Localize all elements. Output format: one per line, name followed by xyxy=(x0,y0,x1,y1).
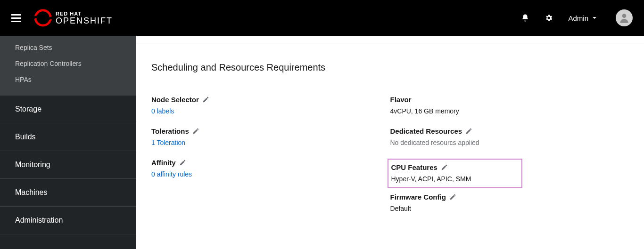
dedicated-resources-field: Dedicated Resources No dedicated resourc… xyxy=(390,127,629,146)
cpu-features-field: CPU Features Hyper-V, ACPI, APIC, SMM xyxy=(391,163,519,183)
avatar-icon xyxy=(618,12,630,24)
edit-node-selector-icon[interactable] xyxy=(203,96,209,103)
affinity-label: Affinity xyxy=(151,159,176,167)
sidebar-subsection: Replica Sets Replication Controllers HPA… xyxy=(0,36,136,95)
dedicated-resources-value: No dedicated resourcs applied xyxy=(390,139,629,146)
masthead: RED HAT OPENSHIFT Admin xyxy=(0,0,644,36)
sidebar-item-administration[interactable]: Administration xyxy=(0,206,136,234)
sidebar-item-machines[interactable]: Machines xyxy=(0,178,136,206)
tolerations-label: Tolerations xyxy=(151,127,189,135)
cpu-features-label: CPU Features xyxy=(391,163,438,171)
cpu-features-highlight: CPU Features Hyper-V, ACPI, APIC, SMM xyxy=(388,159,522,188)
sidebar-item-storage[interactable]: Storage xyxy=(0,95,136,123)
dedicated-resources-label: Dedicated Resources xyxy=(390,127,462,135)
edit-firmware-config-icon[interactable] xyxy=(450,194,456,200)
firmware-config-field: Firmware Config Default xyxy=(390,193,629,212)
flavor-label: Flavor xyxy=(390,96,412,104)
sidebar-spacer xyxy=(0,234,136,249)
edit-dedicated-resources-icon[interactable] xyxy=(466,128,472,134)
brand-logo[interactable]: RED HAT OPENSHIFT xyxy=(34,9,113,27)
sidebar-nav: Replica Sets Replication Controllers HPA… xyxy=(0,36,136,249)
right-column: Flavor 4vCPU, 16 GB memory Dedicated Res… xyxy=(390,96,629,225)
node-selector-label: Node Selector xyxy=(151,96,199,104)
main-content: Scheduling and Resources Requirements No… xyxy=(136,36,644,249)
caret-down-icon xyxy=(592,16,597,20)
firmware-config-value: Default xyxy=(390,205,629,212)
brand-top: RED HAT xyxy=(56,11,113,16)
edit-affinity-icon[interactable] xyxy=(180,160,186,166)
brand-bottom: OPENSHIFT xyxy=(56,16,113,25)
firmware-config-label: Firmware Config xyxy=(390,193,446,201)
tolerations-field: Tolerations 1 Toleration xyxy=(151,127,390,146)
sidebar-item-replication-controllers[interactable]: Replication Controllers xyxy=(0,56,136,72)
user-label: Admin xyxy=(568,14,588,22)
tab-divider xyxy=(136,36,644,43)
svg-point-0 xyxy=(35,10,50,25)
brand-text: RED HAT OPENSHIFT xyxy=(56,11,113,25)
node-selector-value[interactable]: 0 labels xyxy=(151,107,390,115)
sidebar-item-replica-sets[interactable]: Replica Sets xyxy=(0,40,136,56)
node-selector-field: Node Selector 0 labels xyxy=(151,96,390,115)
sidebar-item-hpas[interactable]: HPAs xyxy=(0,72,136,88)
openshift-logo-icon xyxy=(34,9,52,27)
sidebar-item-builds[interactable]: Builds xyxy=(0,123,136,151)
flavor-field: Flavor 4vCPU, 16 GB memory xyxy=(390,96,629,115)
hamburger-menu-button[interactable] xyxy=(11,12,23,24)
affinity-field: Affinity 0 affinity rules xyxy=(151,159,390,178)
section-title: Scheduling and Resources Requirements xyxy=(151,62,629,73)
sidebar-item-monitoring[interactable]: Monitoring xyxy=(0,151,136,178)
left-column: Node Selector 0 labels Tolerations 1 Tol… xyxy=(151,96,390,225)
cpu-features-value: Hyper-V, ACPI, APIC, SMM xyxy=(391,175,519,183)
user-menu-toggle[interactable]: Admin xyxy=(568,14,597,22)
tolerations-value[interactable]: 1 Toleration xyxy=(151,139,390,146)
user-avatar[interactable] xyxy=(616,9,633,26)
settings-gear-icon[interactable] xyxy=(545,14,553,22)
flavor-value: 4vCPU, 16 GB memory xyxy=(390,107,629,115)
edit-tolerations-icon[interactable] xyxy=(193,128,199,134)
edit-cpu-features-icon[interactable] xyxy=(441,164,447,170)
svg-point-3 xyxy=(622,14,627,18)
affinity-value[interactable]: 0 affinity rules xyxy=(151,170,390,178)
notifications-bell-icon[interactable] xyxy=(521,14,529,22)
